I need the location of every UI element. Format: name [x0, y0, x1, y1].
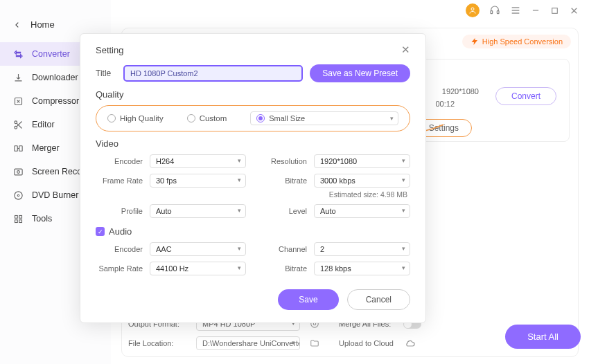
- converter-icon: [12, 48, 24, 60]
- audio-encoder-label: Encoder: [96, 245, 150, 253]
- video-heading: Video: [96, 138, 410, 149]
- quality-small[interactable]: Small Size: [250, 111, 398, 125]
- save-button[interactable]: Save: [278, 289, 338, 310]
- video-resolution-label: Resolution: [260, 157, 314, 165]
- file-time: 00:12: [435, 100, 455, 108]
- user-avatar[interactable]: [466, 3, 480, 17]
- svg-point-20: [14, 191, 21, 199]
- svg-rect-22: [15, 215, 17, 218]
- svg-rect-23: [19, 215, 21, 218]
- chevron-left-icon: [14, 21, 21, 28]
- back-home[interactable]: Home: [0, 14, 111, 35]
- audio-bitrate-select[interactable]: 128 kbps: [314, 262, 410, 275]
- audio-heading: Audio: [109, 226, 132, 237]
- back-label: Home: [30, 19, 55, 30]
- radio-icon: [107, 114, 116, 122]
- file-location-select[interactable]: D:\Wondershare UniConverter 1: [196, 336, 300, 350]
- audio-samplerate-select[interactable]: 44100 Hz: [150, 262, 246, 275]
- video-framerate-select[interactable]: 30 fps: [150, 174, 246, 188]
- cloud-icon[interactable]: [405, 338, 416, 349]
- radio-icon: [256, 114, 265, 122]
- save-preset-button[interactable]: Save as New Preset: [310, 64, 410, 82]
- video-framerate-label: Frame Rate: [96, 176, 150, 185]
- audio-channel-select[interactable]: 2: [314, 242, 410, 256]
- grid-icon: [12, 213, 24, 224]
- video-profile-label: Profile: [96, 207, 150, 215]
- svg-point-19: [17, 170, 19, 173]
- audio-samplerate-label: Sample Rate: [96, 264, 150, 273]
- audio-channel-label: Channel: [260, 245, 314, 253]
- minimize-icon[interactable]: [531, 6, 540, 15]
- modal-title: Setting: [96, 45, 123, 55]
- cancel-button[interactable]: Cancel: [347, 289, 410, 310]
- quality-group: High Quality Custom Small Size: [96, 105, 410, 131]
- video-bitrate-select[interactable]: 3000 kbps: [314, 174, 410, 188]
- svg-rect-7: [552, 8, 558, 13]
- video-resolution-select[interactable]: 1920*1080: [314, 154, 410, 168]
- svg-rect-1: [491, 11, 493, 14]
- folder-icon[interactable]: [310, 338, 319, 348]
- quality-heading: Quality: [96, 89, 410, 100]
- headset-icon[interactable]: [489, 5, 500, 16]
- maximize-icon[interactable]: [550, 6, 559, 15]
- video-profile-select[interactable]: Auto: [150, 204, 246, 218]
- audio-bitrate-label: Bitrate: [260, 264, 314, 273]
- svg-rect-24: [15, 219, 17, 222]
- video-level-select[interactable]: Auto: [314, 204, 410, 218]
- settings-modal: Setting ✕ Title Save as New Preset Quali…: [80, 33, 426, 323]
- svg-point-0: [471, 8, 474, 10]
- audio-encoder-select[interactable]: AAC: [150, 242, 246, 256]
- bolt-icon: [471, 37, 479, 46]
- modal-close-icon[interactable]: ✕: [401, 44, 410, 56]
- scissors-icon: [12, 119, 24, 130]
- svg-rect-15: [14, 145, 17, 151]
- video-encoder-select[interactable]: H264: [150, 154, 246, 168]
- quality-high[interactable]: High Quality: [107, 114, 164, 122]
- close-icon[interactable]: [569, 6, 579, 16]
- svg-point-12: [14, 126, 17, 129]
- video-bitrate-label: Bitrate: [260, 176, 314, 185]
- compress-icon: [12, 95, 24, 107]
- file-resolution: 1920*1080: [442, 87, 479, 95]
- svg-point-11: [14, 120, 17, 123]
- radio-icon: [187, 114, 195, 122]
- quality-custom[interactable]: Custom: [187, 114, 227, 122]
- record-icon: [12, 166, 24, 177]
- disc-icon: [12, 190, 24, 201]
- video-level-label: Level: [260, 207, 314, 215]
- svg-rect-16: [19, 145, 21, 151]
- download-icon: [12, 72, 24, 83]
- svg-rect-2: [497, 11, 499, 14]
- estimated-size: Estimated size: 4.98 MB: [260, 190, 410, 199]
- svg-point-21: [17, 194, 19, 197]
- menu-icon[interactable]: [510, 5, 521, 16]
- start-all-button[interactable]: Start All: [505, 325, 581, 349]
- high-speed-badge: High Speed Conversion: [462, 35, 571, 48]
- merge-icon: [12, 143, 24, 154]
- svg-rect-25: [19, 219, 21, 222]
- svg-rect-18: [14, 169, 21, 175]
- audio-checkbox[interactable]: ✓: [96, 227, 105, 236]
- title-label: Title: [96, 69, 123, 78]
- file-location-label: File Location:: [128, 339, 191, 347]
- preset-title-input[interactable]: [123, 65, 303, 82]
- video-encoder-label: Encoder: [96, 157, 150, 165]
- upload-label: Upload to Cloud: [339, 339, 394, 347]
- convert-button[interactable]: Convert: [495, 87, 556, 105]
